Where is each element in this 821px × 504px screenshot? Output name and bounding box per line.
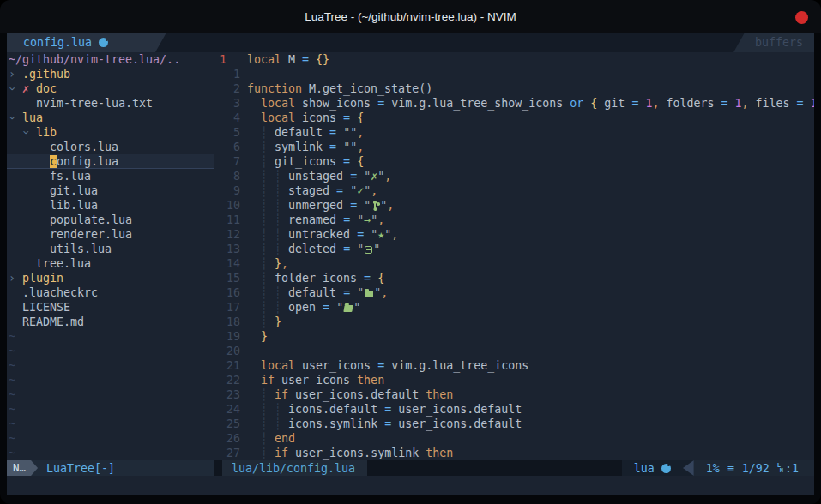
- tree-item[interactable]: › ✗ doc: [7, 81, 214, 96]
- block-cursor: c: [50, 155, 57, 168]
- line-number: 18: [214, 315, 240, 329]
- code-line[interactable]: 21 local user_icons = vim.g.lua_tree_ico…: [214, 358, 814, 373]
- statusline-spacer: [367, 460, 622, 476]
- tabline: config.lua buffers: [7, 33, 814, 52]
- lua-moon-icon: [99, 38, 108, 47]
- tab-config-lua[interactable]: config.lua: [7, 33, 166, 52]
- code-line[interactable]: 10 ┊ ┊ unmerged = "",: [214, 198, 814, 213]
- code-line[interactable]: 8 ┊ ┊ unstaged = "✗",: [214, 169, 814, 183]
- code-line[interactable]: 24 ┊ ┊ icons.default = user_icons.defaul…: [214, 402, 814, 417]
- line-number: 27: [214, 446, 240, 460]
- line-number: 17: [214, 300, 240, 315]
- empty-line-tilde: ~: [7, 417, 214, 431]
- file-tree: ~/github/nvim-tree.lua/..› .github› ✗ do…: [7, 52, 214, 460]
- code-line[interactable]: 17 ┊ ┊ open = "": [214, 300, 814, 315]
- tree-item[interactable]: › lua: [7, 111, 214, 125]
- line-number: 2: [214, 81, 240, 96]
- line-number: 16: [214, 285, 240, 300]
- tree-item[interactable]: › lib: [7, 125, 214, 140]
- code-line[interactable]: 18 ┊ }: [214, 315, 814, 329]
- code-line[interactable]: 3 local show_icons = vim.g.lua_tree_show…: [214, 96, 814, 111]
- terminal-window: LuaTree - (~/github/nvim-tree.lua) - NVI…: [0, 0, 821, 504]
- code-line[interactable]: 14 ┊ },: [214, 256, 814, 271]
- tree-item[interactable]: renderer.lua: [7, 227, 214, 242]
- code-line[interactable]: 16 ┊ ┊ default = "",: [214, 285, 814, 300]
- line-number: 1: [214, 67, 240, 81]
- tree-item[interactable]: ~/github/nvim-tree.lua/..: [7, 52, 214, 67]
- line-number: 12: [214, 227, 240, 242]
- filetype-label: lua: [634, 462, 655, 475]
- line-number: 20: [214, 344, 240, 358]
- tree-item[interactable]: populate.lua: [7, 213, 214, 227]
- code-line[interactable]: 5 ┊ default = "",: [214, 125, 814, 140]
- code-line[interactable]: 6 ┊ symlink = "",: [214, 140, 814, 154]
- tree-window-label: LuaTree[-]: [46, 462, 115, 475]
- code-line[interactable]: 9 ┊ ┊ staged = "✓",: [214, 183, 814, 198]
- tree-item[interactable]: .luacheckrc: [7, 285, 214, 300]
- chevron-expanded-icon: ›: [7, 86, 20, 93]
- line-number: 21: [214, 358, 240, 373]
- code-line[interactable]: 27 ┊ if user_icons.symlink then: [214, 446, 814, 460]
- tree-item[interactable]: lib.lua: [7, 198, 214, 213]
- code-line[interactable]: 11 ┊ ┊ renamed = "→",: [214, 213, 814, 227]
- position-segment: 1% ≡ 1/92 LN :1: [694, 460, 814, 476]
- code-editor: 1local M = {}12function M.get_icon_state…: [214, 52, 814, 460]
- line-number: 13: [214, 242, 240, 256]
- line-number: 9: [214, 183, 240, 198]
- line-number: 11: [214, 213, 240, 227]
- chevron-left-icon: [681, 460, 694, 476]
- tree-item[interactable]: tree.lua: [7, 256, 214, 271]
- window-title: LuaTree - (~/github/nvim-tree.lua) - NVI…: [305, 10, 516, 23]
- code-line[interactable]: 4 local icons = {: [214, 111, 814, 125]
- tree-item[interactable]: utils.lua: [7, 242, 214, 256]
- window-separator[interactable]: [214, 460, 222, 476]
- tree-item[interactable]: nvim-tree-lua.txt: [7, 96, 214, 111]
- empty-line-tilde: ~: [7, 329, 214, 344]
- line-number: 6: [214, 140, 240, 154]
- tree-item[interactable]: config.lua: [7, 154, 214, 169]
- file-statusline: lua/lib/config.lua lua 1% ≡ 1/92 LN :1: [222, 460, 814, 476]
- code-line[interactable]: 1: [214, 67, 814, 81]
- code-line[interactable]: 19 }: [214, 329, 814, 344]
- line-number: 15: [214, 271, 240, 285]
- code-line[interactable]: 7 ┊ git_icons = {: [214, 154, 814, 169]
- code-line[interactable]: 1local M = {}: [214, 52, 814, 67]
- chevron-expanded-icon: ›: [7, 115, 20, 122]
- line-number-icon: LN: [777, 463, 783, 473]
- tree-item[interactable]: LICENSE: [7, 300, 214, 315]
- line-number: 8: [214, 169, 240, 183]
- code-line[interactable]: 15 ┊ folder_icons = {: [214, 271, 814, 285]
- tree-item[interactable]: › plugin: [7, 271, 214, 285]
- line-number: 4: [214, 111, 240, 125]
- chevron-collapsed-icon: ›: [9, 272, 15, 285]
- code-line[interactable]: 23 ┊ if user_icons.default then: [214, 387, 814, 402]
- buffers-tab[interactable]: buffers: [733, 33, 814, 52]
- tree-item[interactable]: colors.lua: [7, 140, 214, 154]
- code-line[interactable]: 13 ┊ ┊ deleted = "": [214, 242, 814, 256]
- terminal-content: config.lua buffers ~/github/nvim-tree.lu…: [7, 33, 814, 495]
- line-number: 7: [214, 154, 240, 169]
- percent-label: 1%: [706, 462, 720, 475]
- chevron-expanded-icon: ›: [19, 129, 33, 136]
- folder-closed-icon: [365, 291, 373, 297]
- code-line[interactable]: 2function M.get_icon_state(): [214, 81, 814, 96]
- tree-item[interactable]: fs.lua: [7, 169, 214, 183]
- line-number: 23: [214, 387, 240, 402]
- tree-item[interactable]: › .github: [7, 67, 214, 81]
- folder-open-icon: [343, 305, 353, 312]
- code-line[interactable]: 22 if user_icons then: [214, 373, 814, 387]
- buffers-label: buffers: [755, 36, 803, 49]
- line-number: 26: [214, 431, 240, 446]
- close-button[interactable]: [795, 11, 808, 24]
- code-line[interactable]: 25 ┊ ┊ icons.symlink = user_icons.defaul…: [214, 417, 814, 431]
- line-number: 25: [214, 417, 240, 431]
- tree-item[interactable]: README.md: [7, 315, 214, 329]
- code-line[interactable]: 26 ┊ end: [214, 431, 814, 446]
- tree-item[interactable]: git.lua: [7, 183, 214, 198]
- line-number: 19: [214, 329, 240, 344]
- code-line[interactable]: 20: [214, 344, 814, 358]
- git-unstaged-icon: ✗: [22, 82, 29, 95]
- command-line[interactable]: [7, 476, 814, 495]
- empty-line-tilde: ~: [7, 446, 214, 460]
- code-line[interactable]: 12 ┊ ┊ untracked = "★",: [214, 227, 814, 242]
